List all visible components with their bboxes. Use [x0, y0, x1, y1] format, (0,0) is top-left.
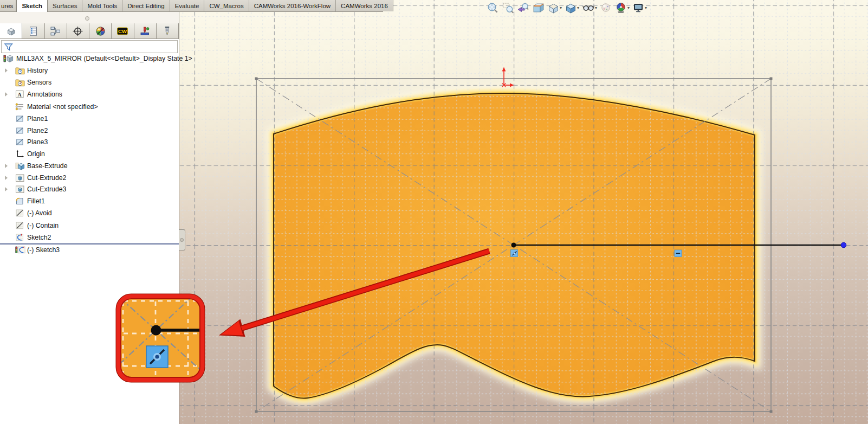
tab-direct-editing[interactable]: Direct Editing [122, 0, 170, 11]
zoom-to-fit-button[interactable] [486, 1, 500, 15]
folder-gauge-icon [15, 78, 25, 87]
mgr-dimxpert-icon [72, 26, 83, 36]
tree-item[interactable]: Cut-Extrude2 [0, 172, 178, 184]
dimxpertmanager-tab[interactable] [67, 23, 89, 38]
tab-cw-macros[interactable]: CW_Macros [204, 0, 249, 11]
chevron-down-icon[interactable]: ▾ [595, 5, 597, 10]
apply-scene-button[interactable]: ▾ [614, 1, 630, 15]
hide-show-items-button[interactable]: ▾ [581, 1, 598, 15]
origin-icon [15, 150, 25, 159]
mgr-feature-icon [5, 26, 17, 36]
horizontal-relation-icon[interactable] [675, 250, 682, 257]
command-tab-label: Sketch [22, 3, 42, 9]
tree-item-label: Material <not specified> [27, 103, 98, 111]
command-tab-label: Mold Tools [87, 3, 117, 9]
view-orientation-button[interactable]: ▾ [547, 1, 562, 15]
mgr-property-icon [28, 26, 39, 36]
tree-item[interactable]: A Annotations [0, 89, 178, 100]
hu-appearance-icon [600, 2, 612, 14]
panel-collapse-handle[interactable] [179, 229, 185, 250]
tree-item[interactable]: History [0, 65, 178, 76]
fillet-icon [15, 197, 25, 206]
expand-arrow-icon[interactable] [5, 92, 8, 97]
tab-features-cut[interactable]: ures [0, 0, 16, 11]
tree-item-label: Fillet1 [27, 197, 45, 205]
plane-icon [15, 138, 25, 147]
tree-item[interactable]: (-) Sketch3 [0, 245, 178, 256]
boss-extrude-icon [15, 162, 25, 171]
cw-feature-tree-tab[interactable]: CW [112, 23, 134, 38]
tree-item[interactable]: Base-Extrude [0, 160, 178, 172]
tree-filter[interactable] [1, 40, 178, 53]
hu-hideshow-icon [582, 2, 595, 14]
tab-mold-tools[interactable]: Mold Tools [82, 0, 122, 11]
mgr-cam-tools-icon [161, 26, 173, 36]
tree-item[interactable]: Sensors [0, 77, 178, 88]
displaymanager-tab[interactable] [89, 23, 112, 38]
view-settings-button[interactable]: ▾ [632, 1, 647, 15]
section-view-button[interactable] [532, 1, 545, 15]
tab-camworks-2016[interactable]: CAMWorks 2016 [336, 0, 393, 11]
tree-item[interactable]: Cut-Extrude3 [0, 184, 178, 195]
tree-item-label: Annotations [27, 91, 62, 98]
command-tab-label: CW_Macros [209, 3, 243, 9]
camworks-operation-tree-tab[interactable] [134, 23, 157, 38]
callout-sketch-point [151, 325, 161, 336]
hu-zoomfit-icon [487, 2, 499, 14]
chevron-down-icon[interactable]: ▾ [627, 5, 630, 10]
sketch-gray-icon [15, 209, 25, 218]
sketch-blue-icon [15, 233, 25, 242]
hu-settings-icon [632, 2, 645, 14]
splitter-handle[interactable] [85, 16, 89, 21]
zoom-to-area-button[interactable] [501, 1, 515, 15]
expand-arrow-icon[interactable] [5, 187, 8, 191]
featuremanager-tree-tab[interactable] [0, 23, 22, 38]
camworks-tools-tab[interactable] [157, 23, 179, 38]
tree-item[interactable]: Fillet1 [0, 196, 178, 207]
sketch-end-point[interactable] [841, 242, 846, 248]
propertymanager-tab[interactable] [22, 23, 44, 38]
tree-root-item[interactable]: MILL3AX_5_MIRROR (Default<<Default>_Disp… [0, 53, 178, 65]
expand-arrow-icon[interactable] [5, 68, 8, 73]
command-tab-label: CAMWorks 2016-WorkFlow [254, 3, 331, 9]
tree-item[interactable]: (-) Contain [0, 220, 178, 232]
tree-item[interactable]: Plane2 [0, 125, 178, 137]
command-tab-label: ures [1, 3, 13, 9]
configurationmanager-tab[interactable] [45, 23, 67, 38]
tree-item[interactable]: Material <not specified> [0, 101, 178, 113]
tree-item-label: Cut-Extrude2 [27, 174, 66, 182]
sketch-start-point[interactable] [511, 243, 516, 248]
tab-camworks-2016-workflow[interactable]: CAMWorks 2016-WorkFlow [249, 0, 336, 11]
hu-prev-icon [517, 2, 529, 14]
mgr-cw-icon: CW [116, 26, 128, 36]
command-tab-label: Evaluate [175, 3, 199, 9]
previous-view-button[interactable] [516, 1, 530, 15]
tab-surfaces[interactable]: Surfaces [48, 0, 82, 11]
display-style-button[interactable]: ▾ [564, 1, 580, 15]
chevron-down-icon[interactable]: ▾ [645, 5, 647, 10]
sketch-edit-icon [15, 246, 25, 255]
tree-item[interactable]: Sketch2 [0, 232, 178, 243]
midpoint-relation-icon[interactable] [511, 250, 518, 257]
filter-funnel-icon [4, 42, 14, 52]
tree-item[interactable]: Plane1 [0, 113, 178, 125]
tree-item[interactable]: Origin [0, 149, 178, 160]
material-icon [15, 102, 25, 112]
tab-evaluate[interactable]: Evaluate [170, 0, 205, 11]
expand-arrow-icon[interactable] [5, 176, 8, 180]
tree-item[interactable]: Plane3 [0, 137, 178, 148]
tab-sketch[interactable]: Sketch [16, 0, 48, 12]
hu-style-icon [565, 2, 577, 14]
tree-item[interactable]: (-) Avoid [0, 208, 178, 219]
expand-arrow-icon[interactable] [5, 164, 8, 168]
edit-appearance-button[interactable] [599, 1, 613, 15]
chevron-down-icon[interactable]: ▾ [577, 5, 579, 10]
tree-item-label: Sketch2 [27, 234, 51, 241]
mgr-config-icon [50, 26, 61, 36]
graphics-area[interactable]: ▾ ▾ ▾ ▾ ▾ [176, 0, 868, 424]
mgr-display-icon [95, 26, 106, 36]
command-tab-label: Direct Editing [127, 3, 164, 9]
tree-item-label: Plane3 [27, 138, 48, 146]
chevron-down-icon[interactable]: ▾ [560, 5, 562, 10]
tree-item-label: Origin [27, 150, 45, 158]
